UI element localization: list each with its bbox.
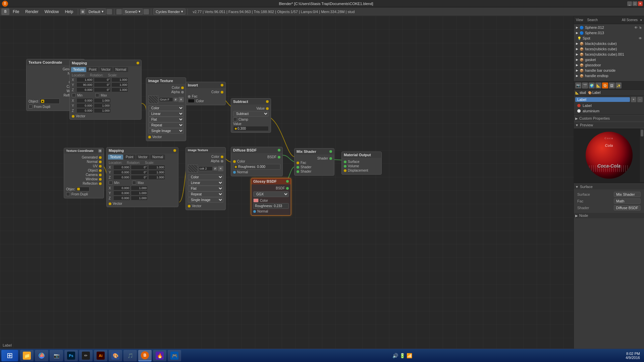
scene-selector[interactable]: Scene0 ▾ <box>122 8 143 15</box>
mapping-node-1[interactable]: Mapping Texture Point Vector Normal Loca… <box>69 60 142 120</box>
taskbar-clock[interactable]: 8:02 PM 4/9/2016 <box>623 352 643 360</box>
clamp-checkbox[interactable] <box>233 117 237 121</box>
roughness-glossy[interactable]: Roughness: 0.233 <box>253 203 289 209</box>
from-dupli-checkbox[interactable] <box>29 105 33 109</box>
shader-value[interactable]: Diffuse BSDF <box>614 205 641 210</box>
invert-node[interactable]: Invert Color Fac Color <box>185 82 226 105</box>
taskbar-photoshop[interactable]: Ps <box>64 350 78 361</box>
tab-point2[interactable]: Point <box>124 155 136 160</box>
min-checkbox[interactable] <box>72 93 76 97</box>
diffuse-bsdf-node[interactable]: Diffuse BSDF BSDF Color Roughness: 0.000 <box>231 147 283 176</box>
prop-icon-particles[interactable]: ✨ <box>615 82 622 88</box>
max-y[interactable] <box>94 103 111 108</box>
max-checkbox[interactable] <box>95 93 99 97</box>
menu-file[interactable]: File <box>10 9 22 15</box>
close-texcoord2[interactable]: ✕ <box>98 149 102 153</box>
menu-help[interactable]: Help <box>62 9 76 15</box>
tab-vector[interactable]: Vector <box>99 67 113 72</box>
mat-item-label[interactable]: Label <box>575 103 643 108</box>
color-space-select[interactable]: Color <box>148 105 184 111</box>
scope-arrow[interactable]: ▾ <box>640 18 642 22</box>
mapping-node-2[interactable]: Mapping Texture Point Vector Normal Loca… <box>106 147 178 207</box>
roughness-row[interactable]: Roughness: 0.000 <box>233 164 280 170</box>
scale-y[interactable] <box>111 82 128 87</box>
label-material-btn[interactable]: Label <box>575 97 630 102</box>
repeat2[interactable]: Repeat <box>188 191 223 197</box>
taskbar-camera[interactable]: 📷 <box>50 350 63 361</box>
rotation-y[interactable] <box>94 82 111 87</box>
start-button[interactable]: ⊞ <box>1 350 18 361</box>
m2-min-y[interactable] <box>113 191 130 195</box>
projection-select[interactable]: Single Image <box>148 128 184 134</box>
min-y[interactable] <box>76 103 93 108</box>
blender-menu-icon[interactable]: B <box>1 8 9 15</box>
engine-selector[interactable]: Cycles Render ▾ <box>153 8 185 15</box>
scene-item-faces2[interactable]: ▶ 📦 faces(rubicks cube).001 <box>574 52 644 57</box>
m2-rot-z[interactable] <box>131 175 148 180</box>
scrollbar-thumb[interactable] <box>641 130 643 136</box>
scene-item-gasket[interactable]: ▶ 📦 gasket <box>574 57 644 62</box>
prop-icon-render[interactable]: 📷 <box>575 82 581 88</box>
tab-texture2[interactable]: Texture <box>108 155 123 160</box>
preview-scrollbar[interactable] <box>640 128 644 182</box>
m2-scl-x[interactable] <box>148 165 165 170</box>
tab-normal2[interactable]: Normal <box>150 155 165 160</box>
color-space2[interactable]: Color <box>188 174 223 180</box>
tray-battery[interactable]: 🔋 <box>399 353 405 358</box>
tray-network[interactable]: 🔊 <box>392 353 398 358</box>
taskbar-chrome[interactable] <box>35 350 48 361</box>
prop-icon-object[interactable]: 📐 <box>595 82 601 88</box>
material-output-node[interactable]: Material Output Surface Volume Displacem… <box>341 152 382 175</box>
m2-max-check[interactable] <box>132 181 136 185</box>
object-selector2[interactable] <box>76 187 90 191</box>
add-material-btn[interactable]: + <box>631 97 636 102</box>
location-y[interactable] <box>76 82 93 87</box>
close-button[interactable]: ✕ <box>638 1 643 6</box>
ext2[interactable]: Flat <box>188 186 223 191</box>
panel-resize-handle[interactable] <box>574 182 644 183</box>
texture-coordinate-node-2[interactable]: Texture Coordinate ✕ Generated Normal UV… <box>64 148 104 198</box>
maximize-button[interactable]: □ <box>633 1 637 6</box>
operation-select[interactable]: Subtract <box>233 111 269 117</box>
mat-item-aluminium[interactable]: aluminium <box>575 108 643 114</box>
tab-texture[interactable]: Texture <box>71 67 86 72</box>
m2-min-z[interactable] <box>113 196 130 200</box>
taskbar-app7[interactable]: 🎨 <box>109 350 122 361</box>
add-workspace-btn[interactable] <box>107 9 112 14</box>
color-swatch-glossy[interactable] <box>253 198 259 202</box>
image-texture-node-1[interactable]: Image Texture Color Alpha Grun F F ✕ Col… <box>146 77 186 141</box>
image-name[interactable]: Grun F <box>159 97 173 102</box>
m2-max-y[interactable] <box>131 191 148 195</box>
prop-icon-texture[interactable]: 🖼 <box>609 82 615 88</box>
surface-header[interactable]: ▼ Surface <box>574 184 644 189</box>
tab-point[interactable]: Point <box>87 67 99 72</box>
prop-icon-scene[interactable]: 🎬 <box>582 82 588 88</box>
m2-min-x[interactable] <box>113 186 130 190</box>
max-x[interactable] <box>94 98 111 103</box>
scale-x[interactable] <box>111 77 128 82</box>
tab-vector2[interactable]: Vector <box>136 155 150 160</box>
interp2[interactable]: Linear <box>188 180 223 186</box>
workspace-selector[interactable]: Default ▾ <box>86 8 106 15</box>
distribution-select[interactable]: GGX <box>253 191 289 197</box>
taskbar-app11[interactable]: 🎮 <box>168 350 181 361</box>
scene-item-glass[interactable]: ▶ 📦 glassdoor <box>574 62 644 68</box>
node-section-header[interactable]: ▶ Node <box>574 213 644 218</box>
close-img2[interactable]: ✕ <box>218 166 223 171</box>
from-dupli-2[interactable] <box>66 192 70 196</box>
scene-item-black[interactable]: ▶ 📦 black(rubicks cube) <box>574 41 644 46</box>
m2-rot-x[interactable] <box>131 165 148 170</box>
menu-window[interactable]: Window <box>42 9 62 15</box>
scene-item-handleend[interactable]: ▶ 📦 handle endtop <box>574 73 644 78</box>
taskbar-illustrator[interactable]: Ai <box>94 350 107 361</box>
custom-props-header[interactable]: ▶ Custom Properties <box>574 116 644 121</box>
menu-render[interactable]: Render <box>22 9 41 15</box>
rotation-z[interactable] <box>94 87 111 92</box>
tray-wifi[interactable]: 📶 <box>407 353 412 358</box>
min-x[interactable] <box>76 98 93 103</box>
rotation-x[interactable] <box>94 77 111 82</box>
tab-normal[interactable]: Normal <box>113 67 128 72</box>
taskbar-blender[interactable]: B <box>138 350 152 361</box>
taskbar-app10[interactable]: 🔥 <box>153 350 166 361</box>
m2-rot-y[interactable] <box>131 170 148 175</box>
